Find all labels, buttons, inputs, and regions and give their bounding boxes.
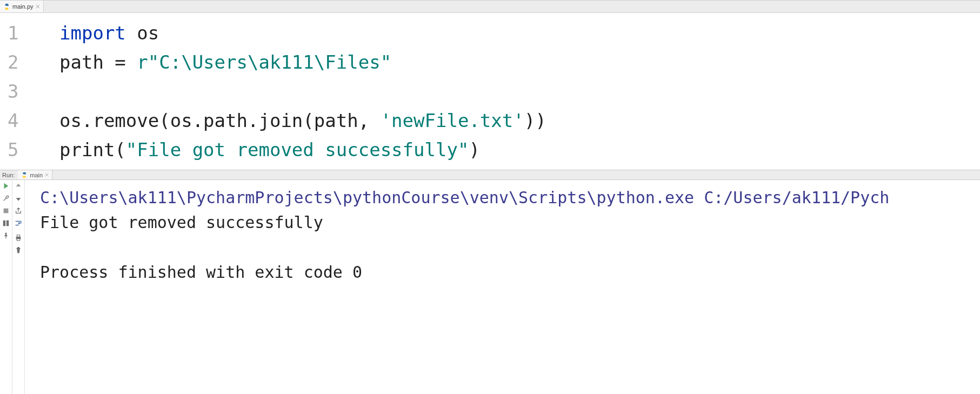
- code-line[interactable]: print("File got removed successfully"): [59, 135, 980, 164]
- line-number: 1: [0, 18, 46, 48]
- run-label: Run:: [0, 172, 18, 178]
- line-number-gutter: 12345: [0, 13, 46, 170]
- code-line[interactable]: [59, 77, 980, 106]
- svg-rect-5: [17, 235, 19, 237]
- python-file-icon: [21, 172, 28, 178]
- export-icon[interactable]: [15, 207, 22, 215]
- line-number: 3: [0, 77, 46, 106]
- editor-tab-bar: main.py: [0, 0, 980, 13]
- run-toolbar-left: [0, 180, 12, 394]
- svg-rect-6: [17, 239, 19, 241]
- line-number: 2: [0, 48, 46, 77]
- arrow-down-icon[interactable]: [15, 195, 22, 202]
- run-toolwindow-header: Run: main: [0, 170, 980, 180]
- code-line[interactable]: os.remove(os.path.join(path, 'newFile.tx…: [59, 106, 980, 135]
- code-area[interactable]: import ospath = r"C:\Users\ak111\Files"o…: [46, 13, 980, 170]
- soft-wrap-icon[interactable]: [15, 219, 22, 229]
- console-line: C:\Users\ak111\PycharmProjects\pythonCou…: [40, 185, 980, 210]
- editor-tab-main[interactable]: main.py: [0, 1, 44, 12]
- arrow-up-icon[interactable]: [15, 182, 22, 190]
- console-line: File got removed successfully: [40, 210, 980, 235]
- close-icon[interactable]: [45, 173, 49, 177]
- svg-rect-3: [5, 236, 6, 238]
- svg-rect-2: [6, 221, 9, 226]
- code-editor[interactable]: 12345 import ospath = r"C:\Users\ak111\F…: [0, 13, 980, 170]
- code-line[interactable]: path = r"C:\Users\ak111\Files": [59, 48, 980, 77]
- run-config-tab[interactable]: main: [18, 170, 52, 179]
- line-number: 5: [0, 135, 46, 164]
- ide-root: main.py 12345 import ospath = r"C:\Users…: [0, 0, 980, 394]
- stop-icon[interactable]: [2, 207, 10, 215]
- close-icon[interactable]: [36, 4, 40, 9]
- svg-rect-0: [4, 209, 9, 213]
- console-output[interactable]: C:\Users\ak111\PycharmProjects\pythonCou…: [25, 180, 980, 394]
- editor-tab-label: main.py: [12, 3, 34, 10]
- print-icon[interactable]: [15, 234, 22, 242]
- run-config-label: main: [30, 172, 43, 178]
- python-file-icon: [3, 3, 10, 10]
- trash-icon[interactable]: [15, 246, 22, 254]
- pin-icon[interactable]: [2, 232, 10, 239]
- run-toolbar-secondary: [12, 180, 25, 394]
- svg-rect-1: [3, 221, 5, 226]
- code-line[interactable]: import os: [59, 18, 980, 48]
- line-number: 4: [0, 106, 46, 135]
- run-toolwindow-body: C:\Users\ak111\PycharmProjects\pythonCou…: [0, 180, 980, 394]
- wrench-icon[interactable]: [2, 195, 10, 202]
- layout-icon[interactable]: [2, 219, 10, 227]
- play-icon[interactable]: [2, 182, 10, 190]
- console-line: [40, 235, 980, 260]
- console-line: Process finished with exit code 0: [40, 260, 980, 285]
